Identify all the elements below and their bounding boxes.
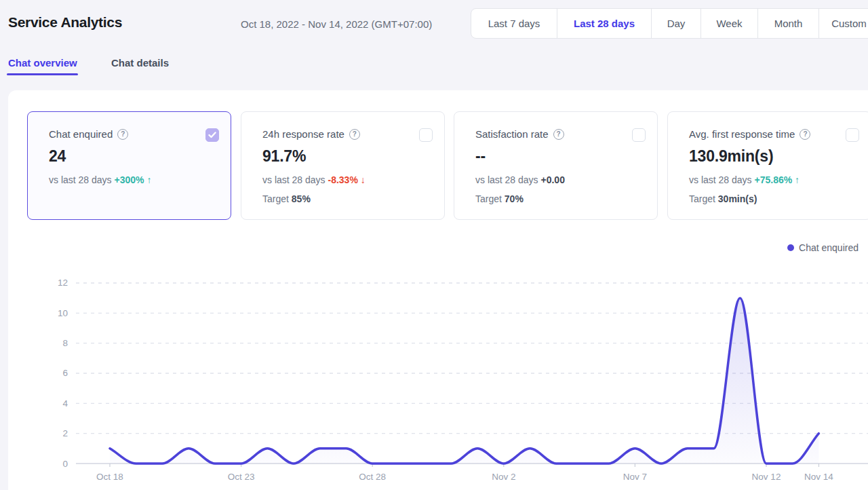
range-button-last-7-days[interactable]: Last 7 days xyxy=(471,8,557,39)
range-button-month[interactable]: Month xyxy=(757,8,819,39)
card-avg-first-response-time[interactable]: Avg. first response time ? 130.9min(s) v… xyxy=(667,111,868,220)
comparison-value: +0.00 xyxy=(541,174,565,185)
card-title: Satisfaction rate xyxy=(475,128,549,140)
date-range: Oct 18, 2022 - Nov 14, 2022 (GMT+07:00) xyxy=(241,18,432,30)
metric-checkbox[interactable] xyxy=(632,128,646,142)
y-axis-label: 2 xyxy=(62,428,68,438)
series-line-chat-enquired xyxy=(110,298,818,464)
metric-target: Target 30min(s) xyxy=(689,193,757,204)
metric-comparison: vs last 28 days +300% ↑ xyxy=(49,174,151,185)
y-axis-label: 12 xyxy=(58,278,68,288)
card-24h-response-rate[interactable]: 24h response rate ? 91.7% vs last 28 day… xyxy=(241,111,445,220)
comparison-value: +75.86% xyxy=(755,174,793,185)
y-axis-label: 6 xyxy=(62,368,68,378)
metric-value: 91.7% xyxy=(262,147,306,166)
y-axis-label: 10 xyxy=(58,308,68,318)
metric-value: -- xyxy=(475,147,486,166)
card-title: Chat enquired xyxy=(49,128,113,140)
x-axis-label: Oct 28 xyxy=(359,472,386,482)
card-chat-enquired[interactable]: Chat enquired ? 24 vs last 28 days +300%… xyxy=(27,111,231,220)
y-axis-label: 8 xyxy=(62,338,68,348)
page-title: Service Analytics xyxy=(8,14,122,31)
comparison-value: +300% xyxy=(115,174,144,185)
x-axis-label: Oct 23 xyxy=(228,472,255,482)
x-axis-label: Nov 14 xyxy=(804,472,833,482)
help-icon[interactable]: ? xyxy=(117,129,128,140)
x-axis-label: Nov 7 xyxy=(623,472,647,482)
range-button-week[interactable]: Week xyxy=(701,8,758,39)
line-chart[interactable]: 024681012Oct 18Oct 23Oct 28Nov 2Nov 7Nov… xyxy=(0,261,868,490)
legend-dot-icon xyxy=(787,244,794,251)
metric-target: Target 85% xyxy=(262,193,311,204)
card-satisfaction-rate[interactable]: Satisfaction rate ? -- vs last 28 days +… xyxy=(454,111,658,220)
range-button-last-28-days[interactable]: Last 28 days xyxy=(557,8,652,39)
y-axis-label: 4 xyxy=(62,398,68,409)
metric-checkbox[interactable] xyxy=(205,128,219,142)
metric-target: Target 70% xyxy=(475,193,524,204)
x-axis-label: Nov 2 xyxy=(492,472,515,482)
x-axis-label: Nov 12 xyxy=(752,472,781,482)
time-range-selector: Last 7 days Last 28 days Day Week Month … xyxy=(471,8,868,39)
card-title: 24h response rate xyxy=(262,128,344,140)
metric-comparison: vs last 28 days -8.33% ↓ xyxy=(262,174,366,185)
metric-comparison: vs last 28 days +0.00 xyxy=(475,174,565,185)
metric-checkbox[interactable] xyxy=(419,128,433,142)
y-axis-label: 0 xyxy=(62,459,68,469)
x-axis-label: Oct 18 xyxy=(96,472,123,482)
range-button-custom[interactable]: Custom xyxy=(818,8,868,39)
metric-checkbox[interactable] xyxy=(846,128,859,142)
check-icon xyxy=(208,132,216,138)
help-icon[interactable]: ? xyxy=(800,129,810,140)
card-title: Avg. first response time xyxy=(689,128,795,140)
tab-chat-details[interactable]: Chat details xyxy=(111,57,169,69)
help-icon[interactable]: ? xyxy=(553,129,564,140)
trend-arrow-icon: ↑ xyxy=(795,174,800,185)
help-icon[interactable]: ? xyxy=(349,129,360,140)
metric-value: 24 xyxy=(49,147,66,166)
metric-comparison: vs last 28 days +75.86% ↑ xyxy=(689,174,800,185)
area-fill xyxy=(110,298,818,464)
range-button-day[interactable]: Day xyxy=(651,8,701,39)
trend-arrow-icon: ↑ xyxy=(146,174,151,185)
legend-label: Chat enquired xyxy=(799,242,859,253)
service-analytics-page: Service Analytics Oct 18, 2022 - Nov 14,… xyxy=(0,0,868,490)
metric-value: 130.9min(s) xyxy=(689,147,773,166)
trend-arrow-icon: ↓ xyxy=(361,174,366,185)
legend-item-chat-enquired[interactable]: Chat enquired xyxy=(787,242,859,253)
tab-chat-overview[interactable]: Chat overview xyxy=(8,57,77,69)
comparison-value: -8.33% xyxy=(328,174,358,185)
